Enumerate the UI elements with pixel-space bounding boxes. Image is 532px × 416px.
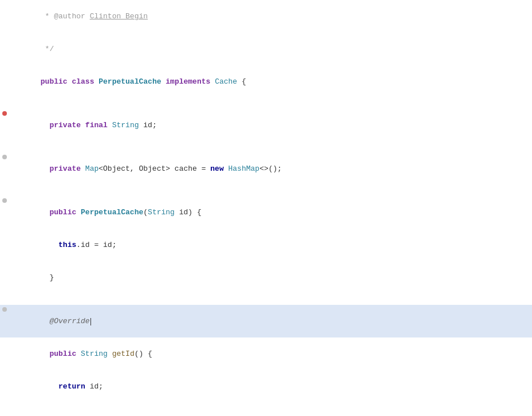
- code-line: * @author Clinton Begin: [0, 0, 532, 33]
- type-string: String: [112, 121, 139, 129]
- code-line: [0, 185, 532, 196]
- comment-author: Clinton Begin: [90, 12, 148, 21]
- keyword-return1: return: [58, 382, 85, 391]
- keyword-public3: public: [49, 350, 76, 358]
- keyword-final: final: [85, 121, 108, 129]
- keyword-new: new: [210, 164, 223, 173]
- method-getid: getId: [112, 350, 135, 358]
- code-editor: * @author Clinton Begin */ public class …: [0, 0, 532, 416]
- code-line: [0, 294, 532, 305]
- code-line: public PerpetualCache(String id) {: [0, 196, 532, 229]
- comment-tag: @author: [54, 12, 89, 21]
- constructor-name: PerpetualCache: [81, 208, 143, 217]
- annotation-override1: @Override: [41, 317, 90, 325]
- keyword-private: private: [49, 121, 81, 129]
- interface-name: Cache: [215, 77, 237, 86]
- code-line: private final String id;: [0, 109, 532, 142]
- code-line: }: [0, 403, 532, 416]
- keyword-class: class: [72, 77, 94, 86]
- type-string2: String: [148, 208, 175, 217]
- code-line: this.id = id;: [0, 229, 532, 261]
- class-name: PerpetualCache: [98, 77, 161, 86]
- keyword-this: this: [58, 241, 76, 249]
- keyword-public2: public: [49, 208, 76, 217]
- code-line: }: [0, 261, 532, 294]
- text-cursor: [90, 318, 91, 325]
- code-line: */: [0, 33, 532, 65]
- comment-end: */: [41, 45, 54, 53]
- type-string3: String: [81, 350, 108, 358]
- type-map: Map: [85, 164, 98, 173]
- keyword-implements: implements: [165, 77, 210, 86]
- keyword-private2: private: [49, 164, 81, 173]
- code-line: public String getId() {: [0, 337, 532, 370]
- code-line: [0, 98, 532, 109]
- comment-text: *: [41, 12, 54, 21]
- keyword-public: public: [41, 77, 68, 86]
- code-line-highlighted: @Override: [0, 305, 532, 337]
- breakpoint-dot[interactable]: [2, 111, 7, 116]
- code-line: [0, 142, 532, 152]
- gutter-dot: [2, 155, 7, 159]
- code-line: public class PerpetualCache implements C…: [0, 65, 532, 98]
- type-hashmap: HashMap: [228, 164, 260, 173]
- gutter-dot: [2, 198, 7, 203]
- gutter-dot: [2, 307, 7, 312]
- code-line: private Map<Object, Object> cache = new …: [0, 152, 532, 185]
- code-line: return id;: [0, 370, 532, 403]
